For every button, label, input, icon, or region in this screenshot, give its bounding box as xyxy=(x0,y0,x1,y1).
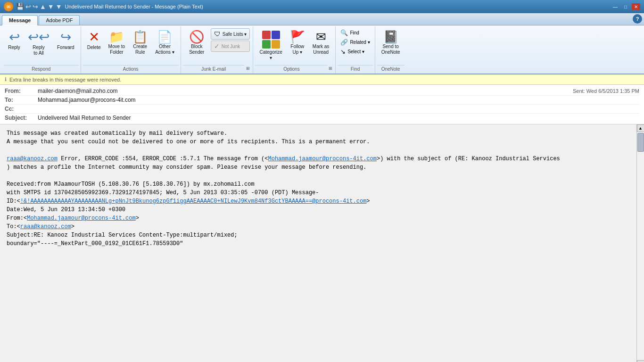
create-rule-button[interactable]: 📋 CreateRule xyxy=(129,28,151,58)
scroll-down-button[interactable]: ▼ xyxy=(637,360,644,362)
delete-button[interactable]: ✕ Delete xyxy=(84,28,104,53)
tab-message[interactable]: Message xyxy=(2,15,38,25)
subject-value: Undelivered Mail Returned to Sender xyxy=(38,115,639,121)
junk-expand-icon[interactable]: ⊞ xyxy=(245,66,251,71)
scroll-up-button[interactable]: ▲ xyxy=(637,124,644,132)
safe-lists-label: Safe Lists ▾ xyxy=(223,32,247,37)
block-sender-icon: 🚫 xyxy=(189,31,204,43)
find-button[interactable]: 🔍 Find xyxy=(339,28,372,37)
junk-col: 🛡 Safe Lists ▾ ✓ Not Junk xyxy=(211,28,250,52)
find-col: 🔍 Find 🔗 Related ▾ ↘ Select ▾ xyxy=(339,28,372,56)
message-body[interactable]: This message was created automatically b… xyxy=(0,124,636,362)
send-to-onenote-button[interactable]: 📓 Send toOneNote xyxy=(378,28,404,58)
reply-all-button[interactable]: ↩↩ Replyto All xyxy=(25,28,53,58)
window-title: Undelivered Mail Returned to Sender - Me… xyxy=(65,4,203,9)
scrollbar[interactable]: ▲ ▼ xyxy=(636,124,644,362)
options-group-label: Options xyxy=(255,65,328,73)
follow-up-button[interactable]: 🚩 FollowUp ▾ xyxy=(287,28,308,58)
options-buttons: Categorize▾ 🚩 FollowUp ▾ ✉ Mark asUnread xyxy=(255,27,333,64)
reply-label: Reply xyxy=(8,45,20,50)
junk-group-label: Junk E-mail xyxy=(183,65,245,73)
from-line-text: From:< xyxy=(7,215,27,222)
info-text: Extra line breaks in this message were r… xyxy=(9,77,121,82)
related-button[interactable]: 🔗 Related ▾ xyxy=(339,38,372,47)
create-rule-icon: 📋 xyxy=(132,31,148,43)
reply-button[interactable]: ↩ Reply xyxy=(5,28,24,53)
maximize-button[interactable]: □ xyxy=(621,3,630,10)
onenote-buttons: 📓 Send toOneNote xyxy=(377,27,405,64)
ribbon-group-respond: ↩ Reply ↩↩ Replyto All ↪ Forward Respond xyxy=(2,26,81,74)
create-rule-label: CreateRule xyxy=(133,44,147,55)
cat-blue xyxy=(272,31,280,39)
body-line1: This message was created automatically b… xyxy=(7,129,630,138)
other-actions-label: OtherActions ▾ xyxy=(155,44,174,55)
to-label: To: xyxy=(5,97,38,103)
to-row: To: Mohammad.jaamour@procons-4it.com xyxy=(5,96,639,105)
categorize-label: Categorize▾ xyxy=(259,49,282,61)
body-error-line: raaa@kanooz.com Error, ERROR_CODE :554, … xyxy=(7,155,630,163)
link-to-email[interactable]: raaa@kanooz.com xyxy=(20,223,71,230)
subject-row: Subject: Undelivered Mail Returned to Se… xyxy=(5,114,639,122)
cat-red xyxy=(262,31,271,39)
qs-dropdown-icon[interactable]: ▼ xyxy=(56,3,62,10)
tab-adobe-pdf[interactable]: Adobe PDF xyxy=(39,15,80,25)
body-line2: A message that you sent could not be del… xyxy=(7,138,630,146)
junk-buttons: 🚫 BlockSender 🛡 Safe Lists ▾ ✓ Not Junk xyxy=(183,27,251,64)
not-junk-icon: ✓ xyxy=(214,42,220,50)
cat-yellow xyxy=(272,40,280,49)
reply-all-icon: ↩↩ xyxy=(28,31,50,44)
mark-unread-icon: ✉ xyxy=(316,31,326,43)
from-end: > xyxy=(136,215,139,222)
error-text1: Error, ERROR_CODE :554, ERROR_CODE :5.7.… xyxy=(58,156,268,162)
body-line4: ) matches a profile the Internet communi… xyxy=(7,163,630,172)
to-end: > xyxy=(71,223,74,230)
ribbon-group-actions: ✕ Delete 📁 Move toFolder 📋 CreateRule 📄 … xyxy=(81,26,181,74)
minimize-button[interactable]: — xyxy=(611,3,619,10)
respond-group-label: Respond xyxy=(4,65,79,73)
link-msgid[interactable]: !&!AAAAAAAAAAAAYAAAAAAAANLg+pNnJt9Bkunog… xyxy=(20,198,367,205)
link-mohammad[interactable]: Mohammad.jaamour@procons-4it.com xyxy=(268,156,377,162)
ribbon-group-onenote: 📓 Send toOneNote OneNote xyxy=(375,26,406,74)
not-junk-label: Not Junk xyxy=(222,44,240,49)
cat-green xyxy=(262,40,271,49)
categorize-button[interactable]: Categorize▾ xyxy=(256,28,285,63)
from-value: mailer-daemon@mail.zoho.com xyxy=(38,88,573,94)
follow-up-label: FollowUp ▾ xyxy=(290,44,304,55)
from-label: From: xyxy=(5,88,38,94)
save-icon[interactable]: 💾 xyxy=(16,3,24,10)
forward-button[interactable]: ↪ Forward xyxy=(54,28,78,53)
onenote-icon: 📓 xyxy=(383,31,398,43)
find-icon: 🔍 xyxy=(340,29,348,36)
shield-icon: 🛡 xyxy=(214,30,221,38)
body-subject-line: Subject:RE: Kanooz Industrial Services C… xyxy=(7,231,630,239)
body-received: Received:from MJaamourTOSH (5.108.30.76 … xyxy=(7,180,630,189)
safe-lists-button[interactable]: 🛡 Safe Lists ▾ xyxy=(211,28,250,40)
find-buttons: 🔍 Find 🔗 Related ▾ ↘ Select ▾ xyxy=(338,27,372,64)
select-button[interactable]: ↘ Select ▾ xyxy=(339,47,372,56)
ribbon: ↩ Reply ↩↩ Replyto All ↪ Forward Respond… xyxy=(0,25,644,74)
move-to-folder-button[interactable]: 📁 Move toFolder xyxy=(105,28,129,58)
link-from-email[interactable]: Mohammad.jaamour@procons-4it.com xyxy=(27,215,135,222)
other-actions-button[interactable]: 📄 OtherActions ▾ xyxy=(152,28,178,58)
next-icon[interactable]: ▼ xyxy=(48,3,54,10)
help-button[interactable]: ? xyxy=(633,14,642,24)
redo-icon[interactable]: ↪ xyxy=(33,3,38,10)
reply-all-label: Replyto All xyxy=(33,45,45,56)
body-to-line: To:<raaa@kanooz.com> xyxy=(7,222,630,231)
block-sender-button[interactable]: 🚫 BlockSender xyxy=(184,28,210,58)
undo-icon[interactable]: ↩ xyxy=(25,3,31,10)
body-msgid: ID:<!&!AAAAAAAAAAAAYAAAAAAAANLg+pNnJt9Bk… xyxy=(7,197,630,206)
move-folder-icon: 📁 xyxy=(109,31,124,43)
close-button[interactable]: ✕ xyxy=(632,3,640,10)
options-expand-icon[interactable]: ⊞ xyxy=(328,66,333,71)
scroll-thumb[interactable] xyxy=(637,133,644,152)
link-raaa[interactable]: raaa@kanooz.com xyxy=(7,156,58,162)
block-sender-label: BlockSender xyxy=(189,44,204,55)
prev-icon[interactable]: ▲ xyxy=(40,3,46,10)
ribbon-group-junk: 🚫 BlockSender 🛡 Safe Lists ▾ ✓ Not Junk … xyxy=(181,26,254,74)
msgid-prefix: ID:< xyxy=(7,198,20,205)
not-junk-button[interactable]: ✓ Not Junk xyxy=(211,41,250,52)
mark-as-unread-button[interactable]: ✉ Mark asUnread xyxy=(309,28,333,58)
body-boundary: boundary="----=_NextPart_000_0192_01CE61… xyxy=(7,239,630,248)
cc-label: Cc: xyxy=(5,106,38,112)
